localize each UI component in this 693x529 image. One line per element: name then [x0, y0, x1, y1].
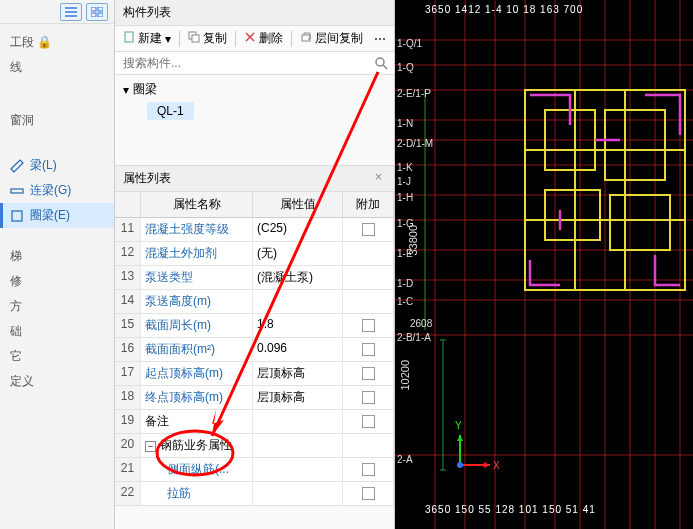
checkbox[interactable]: [362, 415, 375, 428]
link-beam-icon: [10, 184, 24, 198]
nav-item[interactable]: 窗洞: [0, 108, 114, 133]
property-row[interactable]: 22拉筋: [115, 482, 394, 506]
close-icon[interactable]: ×: [371, 170, 386, 187]
axis-label: 2-A: [397, 454, 413, 465]
svg-marker-50: [457, 435, 463, 441]
layer-copy-button[interactable]: 层间复制: [296, 28, 367, 49]
property-row[interactable]: 14泵送高度(m): [115, 290, 394, 314]
property-row[interactable]: 18终点顶标高(m)层顶标高: [115, 386, 394, 410]
component-tree: ▾ 圈梁 QL-1: [115, 75, 394, 165]
dropdown-icon: ▾: [165, 32, 171, 46]
svg-rect-38: [610, 195, 670, 250]
property-row[interactable]: 13泵送类型(混凝土泵): [115, 266, 394, 290]
bottom-ruler: 3650 150 55 128 101 150 51 41: [395, 504, 693, 515]
nav-item[interactable]: 定义: [0, 369, 114, 394]
nav-ring-beam[interactable]: 圈梁(E): [0, 203, 114, 228]
svg-point-51: [457, 462, 463, 468]
property-row[interactable]: 19备注: [115, 410, 394, 434]
svg-marker-48: [484, 462, 490, 468]
axis-label: 2-B/1-A: [397, 332, 431, 343]
property-row[interactable]: 20−钢筋业务属性: [115, 434, 394, 458]
dimension-33800: 33800: [407, 225, 419, 256]
checkbox[interactable]: [362, 487, 375, 500]
svg-rect-0: [91, 7, 96, 11]
nav-item[interactable]: 方: [0, 294, 114, 319]
svg-rect-8: [192, 35, 199, 42]
nav-label: 连梁(G): [30, 182, 71, 199]
new-icon: [123, 31, 135, 46]
nav-item[interactable]: 线: [0, 55, 114, 80]
checkbox[interactable]: [362, 367, 375, 380]
layer-copy-icon: [300, 31, 312, 46]
property-row[interactable]: 15截面周长(m)1.8: [115, 314, 394, 338]
y-axis-label: Y: [455, 420, 462, 431]
collapse-icon[interactable]: ▾: [123, 83, 129, 97]
property-row[interactable]: 16截面面积(m²)0.096: [115, 338, 394, 362]
checkbox[interactable]: [362, 343, 375, 356]
nav-item[interactable]: 它: [0, 344, 114, 369]
dimension-2608: 2608: [410, 318, 432, 329]
nav-label: 圈梁(E): [30, 207, 70, 224]
expand-icon[interactable]: −: [145, 441, 156, 452]
tree-child-ql1[interactable]: QL-1: [147, 102, 194, 120]
checkbox[interactable]: [362, 223, 375, 236]
drawing-canvas[interactable]: 3650 1412 1-4 10 18 163 700 3650 150 55 …: [395, 0, 693, 529]
svg-rect-2: [91, 13, 96, 17]
nav-link-beam[interactable]: 连梁(G): [0, 178, 114, 203]
svg-rect-9: [302, 35, 310, 41]
view-grid-icon[interactable]: [86, 3, 108, 21]
nav-label: 梁(L): [30, 157, 57, 174]
ring-beam-icon: [10, 209, 24, 223]
property-row[interactable]: 21侧面纵筋(...: [115, 458, 394, 482]
nav-item[interactable]: 工段 🔒: [0, 30, 114, 55]
axis-label: 2-E/1-P: [397, 88, 431, 99]
nav-item[interactable]: 修: [0, 269, 114, 294]
svg-rect-3: [98, 13, 103, 17]
checkbox[interactable]: [362, 463, 375, 476]
svg-rect-6: [125, 32, 133, 42]
header-extra: 附加: [343, 192, 394, 217]
axis-label: 1-Q/1: [397, 38, 422, 49]
axis-label: 1-H: [397, 192, 413, 203]
property-header: 属性名称 属性值 附加: [115, 192, 394, 218]
delete-button[interactable]: 删除: [240, 28, 287, 49]
property-panel-title: 属性列表 ×: [115, 165, 394, 192]
header-name: 属性名称: [141, 192, 253, 217]
nav-item[interactable]: 础: [0, 319, 114, 344]
new-button[interactable]: 新建 ▾: [119, 28, 175, 49]
checkbox[interactable]: [362, 391, 375, 404]
property-row[interactable]: 17起点顶标高(m)层顶标高: [115, 362, 394, 386]
property-row[interactable]: 11混凝土强度等级(C25): [115, 218, 394, 242]
svg-rect-37: [545, 190, 600, 240]
x-axis-label: X: [493, 460, 500, 471]
axis-label: 1-J: [397, 176, 411, 187]
nav-beam[interactable]: 梁(L): [0, 153, 114, 178]
svg-rect-5: [12, 211, 22, 221]
nav-items: 工段 🔒 线 窗洞 梁(L) 连梁(G) 圈梁(E) 梯 修 方 础 它 定义: [0, 24, 114, 400]
copy-button[interactable]: 复制: [184, 28, 231, 49]
view-list-icon[interactable]: [60, 3, 82, 21]
more-button[interactable]: ⋯: [370, 30, 390, 48]
component-list-title: 构件列表: [115, 0, 394, 26]
tree-parent[interactable]: ▾ 圈梁: [123, 81, 386, 98]
axis-label: 1-N: [397, 118, 413, 129]
axis-label: 1-D: [397, 278, 413, 289]
axis-label: 1-Q: [397, 62, 414, 73]
component-toolbar: 新建 ▾ 复制 删除 层间复制 ⋯: [115, 26, 394, 52]
delete-icon: [244, 31, 256, 46]
property-row[interactable]: 12混凝土外加剂(无): [115, 242, 394, 266]
svg-rect-4: [11, 189, 23, 193]
svg-rect-36: [605, 110, 665, 180]
axis-label: 1-C: [397, 296, 413, 307]
nav-item[interactable]: 梯: [0, 244, 114, 269]
search-box: [115, 52, 394, 75]
floor-plan: [395, 0, 693, 529]
beam-icon: [10, 159, 24, 173]
sidebar-header: [0, 0, 114, 24]
dimension-10200: 10200: [399, 360, 411, 391]
search-icon[interactable]: [374, 56, 388, 73]
svg-rect-1: [98, 7, 103, 11]
checkbox[interactable]: [362, 319, 375, 332]
axis-label: 2-D/1-M: [397, 138, 433, 149]
search-input[interactable]: [115, 52, 394, 74]
